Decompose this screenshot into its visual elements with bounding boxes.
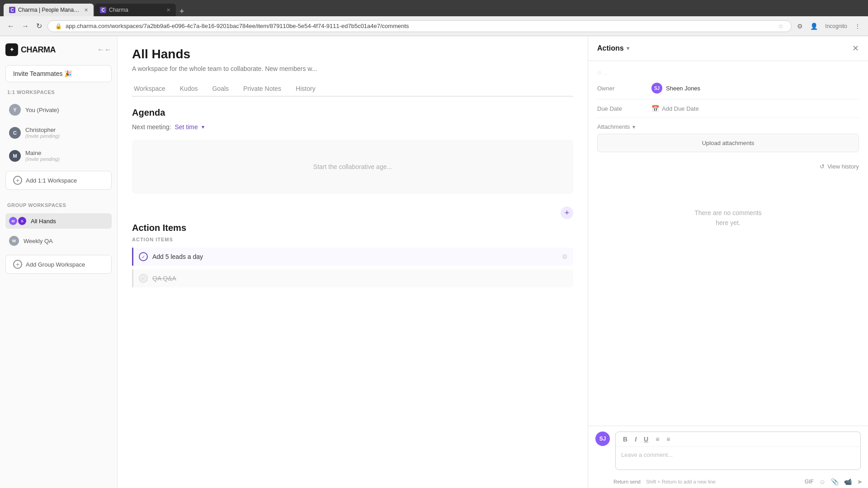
sidebar-item-you-private[interactable]: Y You (Private) (5, 100, 112, 119)
logo-icon: ✦ (5, 43, 18, 56)
all-hands-avatar-group: M S (9, 217, 26, 225)
no-comments-text: There are no comments here yet. (597, 181, 859, 255)
action-item-2: ✓ QA Q&A (132, 269, 573, 287)
tab-charma[interactable]: C Charma ✕ (94, 4, 176, 16)
avatar-all-hands-2: S (18, 217, 26, 225)
incognito-label: Incognito (823, 21, 849, 31)
tab-favicon-1: C (9, 7, 15, 13)
comment-hint: Return send Shift + Return to add a new … (613, 479, 805, 484)
tab-workspace[interactable]: Workspace (132, 81, 167, 97)
attachment-button[interactable]: 📎 (831, 478, 839, 485)
action-item-1-gear[interactable]: ⚙ (562, 253, 568, 260)
comment-footer: Return send Shift + Return to add a new … (588, 475, 868, 488)
sidebar-logo: ✦ CHARMA ←← (5, 43, 112, 56)
panel-title: Actions ▾ (597, 44, 629, 52)
action-items-title: Action Items (132, 223, 573, 233)
send-button[interactable]: ➤ (857, 478, 863, 485)
address-bar[interactable]: 🔒 app.charma.com/workspaces/7a2bb9a6-e09… (47, 20, 792, 32)
avatar-weekly-qa: W (9, 236, 19, 246)
agenda-title: Agenda (132, 108, 573, 118)
action-items-label: ACTION ITEMS (132, 237, 573, 242)
browser-toolbar: ← → ↻ 🔒 app.charma.com/workspaces/7a2bb9… (0, 16, 868, 36)
new-tab-button[interactable]: + (177, 7, 187, 16)
back-button[interactable]: ← (5, 20, 16, 32)
bold-button[interactable]: B (621, 435, 629, 444)
sidebar-item-maine[interactable]: M Maine (Invite pending) (5, 146, 112, 165)
set-time-chevron[interactable]: ▾ (202, 124, 204, 130)
tab-goals[interactable]: Goals (210, 81, 231, 97)
next-meeting-row: Next meeting: Set time ▾ (132, 123, 573, 131)
tab-close-1[interactable]: ✕ (84, 7, 88, 13)
italic-button[interactable]: I (633, 435, 638, 444)
gif-button[interactable]: GIF (805, 479, 814, 485)
extensions-icon[interactable]: ⚙ (795, 21, 805, 32)
sidebar-item-weekly-qa[interactable]: W Weekly QA (5, 232, 112, 249)
agenda-empty: Start the collaborative age... (132, 140, 573, 194)
upload-attachments-button[interactable]: Upload attachments (597, 134, 859, 152)
view-history-button[interactable]: ↺ View history (597, 160, 859, 174)
comment-input-wrapper: B I U ≡ ≡ Leave a comment... (615, 432, 861, 470)
add-agenda-item-button[interactable]: + (561, 206, 573, 219)
owner-avatar: SJ (651, 83, 662, 94)
avatar-maine: M (9, 150, 21, 162)
plus-circle-group-icon: + (13, 260, 22, 269)
tab-private-notes[interactable]: Private Notes (241, 81, 283, 97)
avatar-all-hands-1: M (9, 217, 17, 225)
ordered-list-button[interactable]: ≡ (665, 435, 672, 444)
panel-chevron-icon[interactable]: ▾ (627, 45, 629, 52)
avatar-christopher: C (9, 127, 21, 139)
tab-close-2[interactable]: ✕ (166, 7, 170, 13)
check-icon-2: ✓ (142, 276, 145, 281)
tab-favicon-2: C (100, 7, 106, 13)
sidebar: ✦ CHARMA ←← Invite Teammates 🎉 1:1 Works… (0, 36, 118, 488)
browser-tabs: C Charma | People Management ✕ C Charma … (4, 0, 187, 16)
add-1on1-workspace-button[interactable]: + Add 1:1 Workspace (5, 171, 112, 190)
comment-actions: GIF ☺ 📎 📹 ➤ (805, 478, 863, 485)
underline-button[interactable]: U (642, 435, 650, 444)
history-icon: ↺ (820, 163, 825, 170)
video-button[interactable]: 📹 (844, 478, 852, 485)
emoji-button[interactable]: ☺ (819, 478, 826, 485)
collapse-sidebar-button[interactable]: ←← (97, 46, 112, 54)
action-item-1-check[interactable]: ✓ (139, 252, 148, 261)
add-due-date-button[interactable]: 📅 Add Due Date (651, 105, 699, 112)
sidebar-item-christopher[interactable]: C Christopher (Invite pending) (5, 123, 112, 142)
menu-icon[interactable]: ⋮ (853, 21, 863, 32)
main-content: All Hands A workspace for the whole team… (118, 36, 588, 488)
panel-body: ⊙... Owner SJ Sheen Jones Due Date 📅 Add… (588, 61, 868, 426)
toolbar-icons: ⚙ 👤 Incognito ⋮ (795, 21, 863, 32)
owner-value: SJ Sheen Jones (651, 83, 700, 94)
scrolled-indicator: ⊙... (597, 68, 859, 77)
profile-icon[interactable]: 👤 (808, 21, 820, 32)
refresh-button[interactable]: ↻ (34, 20, 44, 32)
plus-circle-icon: + (13, 176, 22, 185)
group-workspaces-label: Group Workspaces (5, 199, 112, 210)
tab-history[interactable]: History (294, 81, 317, 97)
action-item-1: ✓ Add 5 leads a day ⚙ (132, 248, 573, 266)
add-group-workspace-button[interactable]: + Add Group Workspace (5, 255, 112, 274)
star-icon[interactable]: ☆ (778, 23, 784, 30)
bullet-list-button[interactable]: ≡ (654, 435, 661, 444)
logo-mark: ✦ CHARMA (5, 43, 56, 56)
sidebar-item-all-hands[interactable]: M S All Hands (5, 213, 112, 229)
one-on-one-section-label: 1:1 Workspaces (5, 86, 112, 97)
comment-area: SJ B I U ≡ ≡ Leave a comment... (588, 426, 868, 475)
commenter-avatar: SJ (595, 432, 610, 446)
comment-input[interactable]: Leave a comment... (616, 447, 860, 469)
check-icon-1: ✓ (142, 254, 145, 259)
panel-header: Actions ▾ ✕ (588, 36, 868, 61)
app-container: ✦ CHARMA ←← Invite Teammates 🎉 1:1 Works… (0, 36, 868, 488)
logo-text: CHARMA (21, 45, 56, 55)
action-item-2-check[interactable]: ✓ (139, 274, 148, 283)
panel-close-button[interactable]: ✕ (852, 43, 859, 53)
tab-kudos[interactable]: Kudos (178, 81, 200, 97)
invite-teammates-button[interactable]: Invite Teammates 🎉 (5, 65, 112, 82)
tab-charma-people[interactable]: C Charma | People Management ✕ (4, 4, 94, 16)
attachments-chevron-icon[interactable]: ▾ (632, 124, 635, 130)
set-time-link[interactable]: Set time (175, 123, 198, 131)
due-date-row: Due Date 📅 Add Due Date (597, 99, 859, 118)
attachments-header: Attachments ▾ (597, 118, 859, 134)
page-title: All Hands (132, 47, 573, 61)
forward-button[interactable]: → (20, 20, 31, 32)
calendar-icon: 📅 (651, 105, 659, 112)
